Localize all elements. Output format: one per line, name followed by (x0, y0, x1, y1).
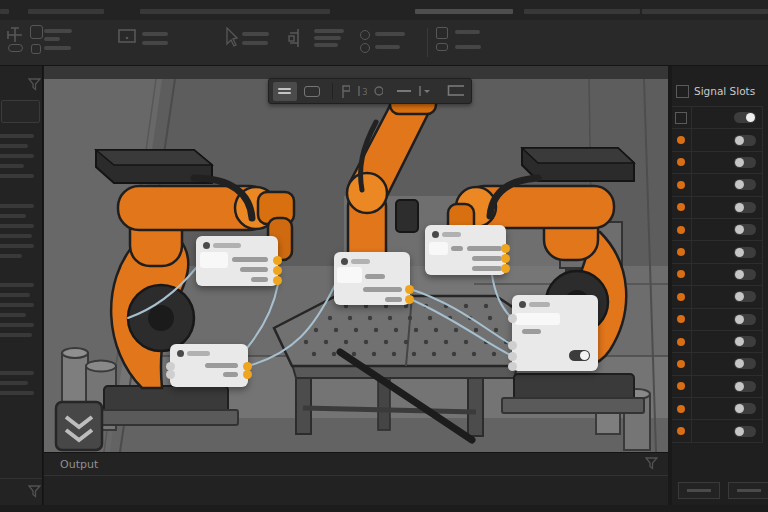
flag-icon[interactable] (340, 84, 350, 99)
sidebar-search-input[interactable] (1, 100, 40, 123)
filter-funnel-icon[interactable] (645, 457, 658, 470)
signal-dot-icon (677, 427, 685, 435)
signal-toggle-switch[interactable] (734, 314, 756, 325)
sidebar-list-item-placeholder[interactable] (0, 164, 24, 168)
signal-toggle-switch[interactable] (734, 291, 756, 302)
toggle-knob (735, 404, 744, 413)
card-output-port[interactable] (501, 254, 510, 263)
sidebar-list-item-placeholder[interactable] (0, 333, 32, 337)
toolbar-group-shapes[interactable] (436, 20, 486, 65)
circle-icon[interactable] (373, 85, 383, 97)
card-output-port[interactable] (501, 244, 510, 253)
frame-mode-button[interactable] (300, 82, 324, 101)
toolbar-label-placeholder (142, 32, 168, 36)
toolbar-group-select[interactable] (225, 20, 271, 65)
signal-toggle-switch[interactable] (734, 112, 756, 123)
signal-toggle-switch[interactable] (734, 247, 756, 258)
node-card[interactable] (196, 236, 278, 286)
sidebar-list-item-placeholder[interactable] (0, 154, 34, 158)
toolbar-group-options[interactable] (360, 20, 408, 65)
menu-item-placeholder[interactable] (642, 9, 768, 14)
numeric-bar-icon[interactable]: 3 (356, 84, 367, 98)
card-output-port[interactable] (405, 295, 414, 304)
sidebar-list-item-placeholder[interactable] (0, 313, 26, 317)
card-output-port[interactable] (273, 276, 282, 285)
checkbox-outline-icon[interactable] (675, 112, 687, 124)
sidebar-list-item-placeholder[interactable] (0, 244, 34, 248)
node-card[interactable] (334, 252, 410, 305)
checkbox-outline-icon[interactable] (676, 85, 689, 98)
sidebar-list-item-placeholder[interactable] (0, 371, 34, 375)
card-input-port[interactable] (508, 314, 517, 323)
card-output-port[interactable] (273, 256, 282, 265)
card-input-port[interactable] (508, 362, 517, 371)
card-toggle-switch[interactable] (569, 350, 590, 361)
sidebar-list-item-placeholder[interactable] (0, 144, 28, 148)
card-text-placeholder (467, 246, 502, 251)
node-card[interactable] (425, 225, 506, 275)
dash-icon[interactable] (396, 88, 410, 94)
dropdown-chevron-icon[interactable] (417, 84, 433, 98)
card-output-port[interactable] (405, 285, 414, 294)
signal-toggle-switch[interactable] (734, 157, 756, 168)
menu-item-placeholder[interactable] (0, 9, 9, 14)
rect-icon[interactable] (447, 84, 464, 98)
toolbar-group-align[interactable] (286, 20, 346, 65)
menu-item-placeholder[interactable] (524, 9, 640, 14)
card-input-port[interactable] (508, 341, 517, 350)
sidebar-bottom-bar (0, 478, 42, 505)
toolbar-group-create[interactable] (6, 20, 116, 65)
signal-toggle-switch[interactable] (734, 202, 756, 213)
sidebar-list-item-placeholder[interactable] (0, 293, 30, 297)
toolbar-label-placeholder (44, 37, 60, 41)
sidebar-list-item-placeholder[interactable] (0, 234, 32, 238)
panel-footer-button[interactable] (678, 482, 720, 499)
signal-toggle-switch[interactable] (734, 381, 756, 392)
output-log-area[interactable] (44, 475, 668, 506)
card-input-port[interactable] (166, 370, 175, 379)
signal-toggle-switch[interactable] (734, 224, 756, 235)
sidebar-list-item-placeholder[interactable] (0, 214, 26, 218)
signal-toggle-switch[interactable] (734, 426, 756, 437)
card-text-placeholder (522, 329, 541, 334)
sidebar-list-item-placeholder[interactable] (0, 254, 22, 258)
signal-toggle-switch[interactable] (734, 179, 756, 190)
signal-slot-row (672, 174, 762, 196)
sidebar-list-item-placeholder[interactable] (0, 174, 34, 178)
toolbar-group-frame[interactable] (118, 20, 170, 65)
card-output-port[interactable] (273, 266, 282, 275)
sidebar-list-item-placeholder[interactable] (0, 303, 34, 307)
sidebar-list-item-placeholder[interactable] (0, 323, 34, 327)
viewport-canvas[interactable]: 3 (44, 66, 668, 452)
card-input-port[interactable] (508, 352, 517, 361)
sidebar-list-item-placeholder[interactable] (0, 224, 34, 228)
card-output-port[interactable] (501, 264, 510, 273)
row-divider (691, 197, 692, 218)
menu-item-placeholder[interactable] (140, 9, 330, 14)
panel-footer-button[interactable] (728, 482, 768, 499)
signal-dot-icon (677, 293, 685, 301)
toolbar-label-placeholder (314, 43, 338, 47)
filter-funnel-icon[interactable] (28, 78, 41, 91)
signal-toggle-switch[interactable] (734, 336, 756, 347)
menu-item-placeholder[interactable] (28, 9, 104, 14)
menu-item-placeholder[interactable] (415, 9, 513, 14)
list-mode-button[interactable] (273, 82, 297, 101)
signal-slot-row (672, 331, 762, 353)
sidebar-list-item-placeholder[interactable] (0, 391, 34, 395)
button-label-placeholder (687, 489, 711, 492)
card-output-port[interactable] (243, 370, 252, 379)
double-chevron-box[interactable] (56, 402, 102, 450)
node-card[interactable] (170, 344, 248, 387)
signal-toggle-switch[interactable] (734, 403, 756, 414)
sidebar-list-item-placeholder[interactable] (0, 381, 28, 385)
application-window: 3 Output Signal Slots (0, 0, 768, 512)
signal-toggle-switch[interactable] (734, 358, 756, 369)
node-card[interactable] (512, 295, 598, 371)
sidebar-list-item-placeholder[interactable] (0, 134, 34, 138)
signal-toggle-switch[interactable] (734, 135, 756, 146)
sidebar-list-item-placeholder[interactable] (0, 283, 34, 287)
filter-funnel-icon[interactable] (28, 485, 41, 498)
sidebar-list-item-placeholder[interactable] (0, 204, 34, 208)
signal-toggle-switch[interactable] (734, 269, 756, 280)
